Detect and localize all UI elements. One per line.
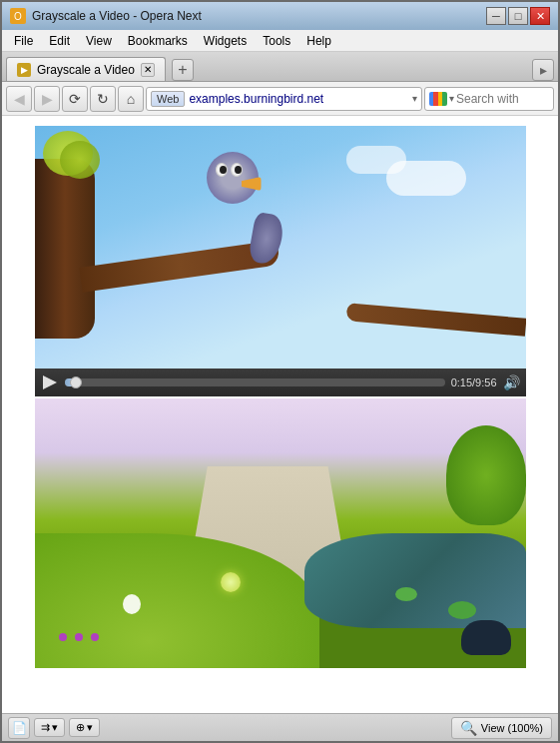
- menu-view[interactable]: View: [78, 32, 120, 50]
- zoom-label: View (100%): [481, 722, 543, 734]
- zoom-icon: 🔍: [460, 720, 477, 736]
- tab-grayscale-video[interactable]: ▶ Grayscale a Video ✕: [6, 57, 166, 81]
- video-1-display: [35, 126, 526, 369]
- video-2-wrapper: [35, 396, 526, 668]
- extensions-dropdown-icon: ▾: [87, 721, 93, 734]
- progress-thumb[interactable]: [70, 376, 82, 388]
- tab-label: Grayscale a Video: [37, 63, 135, 77]
- address-input[interactable]: [189, 92, 408, 106]
- menu-help[interactable]: Help: [298, 32, 339, 50]
- bird-head: [207, 152, 259, 204]
- status-bar: 📄 ⇉ ▾ ⊕ ▾ 🔍 View (100%): [2, 713, 558, 741]
- menu-bookmarks[interactable]: Bookmarks: [120, 32, 196, 50]
- dark-creature: [461, 620, 511, 655]
- page-status-button[interactable]: 📄: [8, 717, 30, 739]
- volume-icon[interactable]: 🔊: [503, 374, 520, 390]
- turbo-button[interactable]: ⇉ ▾: [34, 718, 65, 737]
- bird-body: [195, 194, 265, 274]
- search-engine-icon: [429, 92, 447, 106]
- search-engine-button[interactable]: ▾: [429, 92, 454, 106]
- turbo-arrows-icon: ⇉: [41, 721, 50, 734]
- extensions-button[interactable]: ⊕ ▾: [69, 718, 100, 737]
- status-right-section: 🔍 View (100%): [451, 717, 552, 739]
- cloud-2: [346, 146, 406, 174]
- bush-right: [446, 425, 526, 525]
- white-flower: [123, 594, 141, 614]
- back-button[interactable]: ◀: [6, 86, 32, 112]
- video-2-display: [35, 398, 526, 668]
- search-input[interactable]: [456, 92, 560, 106]
- search-dropdown-icon: ▾: [449, 93, 454, 104]
- play-button[interactable]: [41, 373, 59, 391]
- flower-2: [75, 633, 83, 641]
- flower-3: [91, 633, 99, 641]
- maximize-button[interactable]: □: [508, 7, 528, 25]
- app-icon: O: [10, 8, 26, 24]
- video-1-wrapper: 0:15/9:56 🔊: [35, 126, 526, 396]
- tab-close-button[interactable]: ✕: [141, 63, 155, 77]
- turbo-dropdown-icon: ▾: [52, 721, 58, 734]
- minimize-button[interactable]: ─: [486, 7, 506, 25]
- window-title: Grayscale a Video - Opera Next: [32, 9, 486, 23]
- status-left-section: 📄 ⇉ ▾ ⊕ ▾: [8, 717, 100, 739]
- refresh-button[interactable]: ↻: [90, 86, 116, 112]
- stop-reload-button[interactable]: ⟳: [62, 86, 88, 112]
- window-controls: ─ □ ✕: [486, 7, 550, 25]
- zoom-button[interactable]: 🔍 View (100%): [451, 717, 552, 739]
- menu-file[interactable]: File: [6, 32, 41, 50]
- title-bar: O Grayscale a Video - Opera Next ─ □ ✕: [2, 2, 558, 30]
- close-button[interactable]: ✕: [530, 7, 550, 25]
- bird-pupil-left: [220, 166, 227, 174]
- new-tab-button[interactable]: +: [172, 59, 194, 81]
- tab-scroll-right[interactable]: ▸: [532, 59, 554, 81]
- menu-bar: File Edit View Bookmarks Widgets Tools H…: [2, 30, 558, 52]
- progress-bar[interactable]: [65, 378, 445, 386]
- address-dropdown-icon[interactable]: ▾: [412, 93, 417, 104]
- web-badge: Web: [151, 91, 185, 107]
- forward-button[interactable]: ▶: [34, 86, 60, 112]
- bird-pupil-right: [235, 166, 242, 174]
- browser-window: O Grayscale a Video - Opera Next ─ □ ✕ F…: [0, 0, 560, 743]
- play-icon: [43, 375, 57, 389]
- time-display: 0:15/9:56: [451, 376, 497, 388]
- flower-1: [59, 633, 67, 641]
- tree-trunk: [35, 159, 95, 339]
- home-button[interactable]: ⌂: [118, 86, 144, 112]
- menu-tools[interactable]: Tools: [255, 32, 298, 50]
- extensions-icon: ⊕: [76, 721, 85, 734]
- menu-widgets[interactable]: Widgets: [196, 32, 255, 50]
- menu-edit[interactable]: Edit: [41, 32, 78, 50]
- nav-bar: ◀ ▶ ⟳ ↻ ⌂ Web ▾ ▾ 🔍: [2, 82, 558, 116]
- flowers: [59, 633, 99, 641]
- tab-favicon: ▶: [17, 63, 31, 77]
- water-area: [304, 533, 525, 628]
- lily-pad-2: [395, 587, 417, 601]
- search-bar[interactable]: ▾ 🔍: [424, 87, 554, 111]
- address-bar[interactable]: Web ▾: [146, 87, 422, 111]
- foliage-2: [60, 141, 100, 179]
- tab-bar: ▶ Grayscale a Video ✕ + ▸: [2, 52, 558, 82]
- content-area: 0:15/9:56 🔊: [2, 116, 558, 713]
- video-1-controls: 0:15/9:56 🔊: [35, 369, 526, 396]
